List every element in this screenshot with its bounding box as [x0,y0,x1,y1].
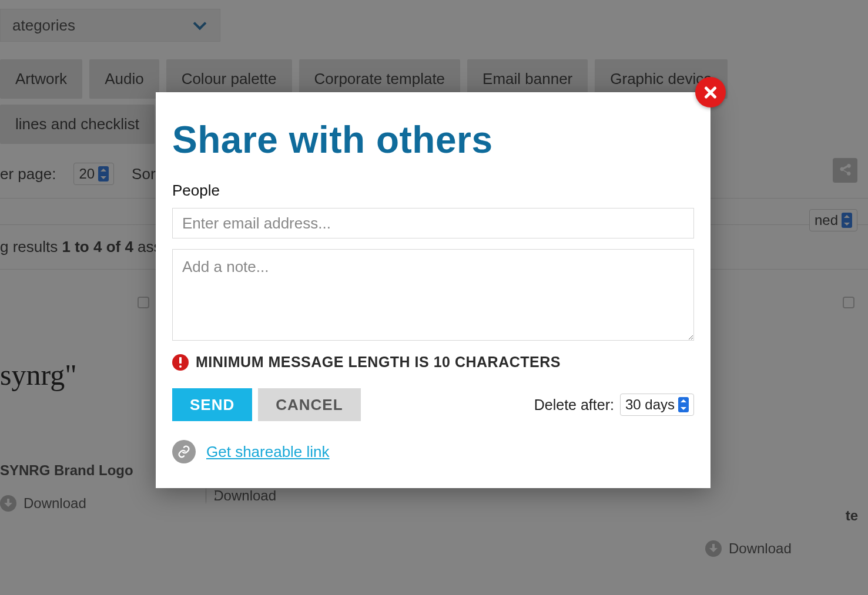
error-icon [172,354,189,371]
delete-after-group: Delete after: 30 days [534,394,694,416]
people-label: People [172,181,694,200]
error-row: MINIMUM MESSAGE LENGTH IS 10 CHARACTERS [172,354,694,371]
action-row: SEND CANCEL Delete after: 30 days [172,388,694,421]
email-input[interactable] [172,208,694,238]
cancel-button[interactable]: CANCEL [258,388,360,421]
shareable-link-row: Get shareable link [172,440,694,463]
link-icon [172,440,196,463]
get-shareable-link[interactable]: Get shareable link [206,443,330,461]
note-textarea[interactable] [172,249,694,341]
modal-title: Share with others [172,118,694,162]
delete-after-value: 30 days [625,396,675,413]
close-button[interactable] [695,77,726,107]
send-button[interactable]: SEND [172,388,252,421]
stepper-icon [678,397,689,412]
error-text: MINIMUM MESSAGE LENGTH IS 10 CHARACTERS [196,354,561,371]
delete-after-label: Delete after: [534,396,614,414]
delete-after-select[interactable]: 30 days [620,394,694,416]
share-modal: Share with others People MINIMUM MESSAGE… [156,92,711,488]
